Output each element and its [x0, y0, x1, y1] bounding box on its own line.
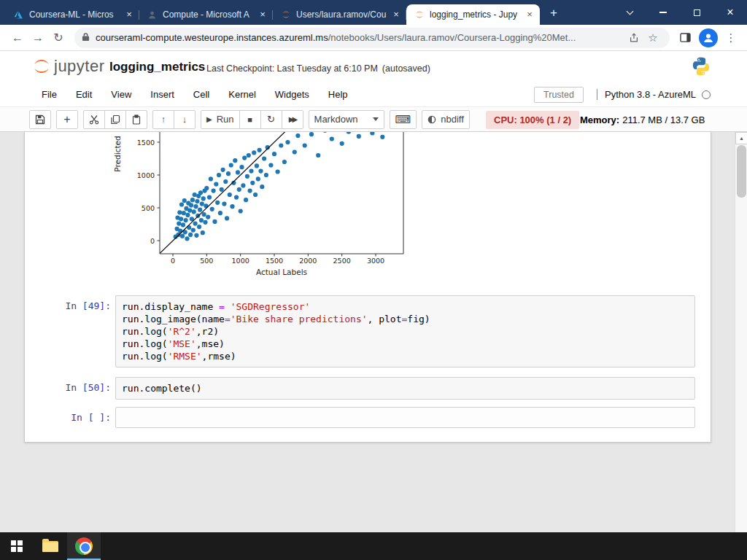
svg-text:2000: 2000	[299, 257, 317, 265]
checkpoint-status: Last Checkpoint: Last Tuesday at 6:10 PM…	[206, 63, 435, 74]
svg-text:1000: 1000	[232, 257, 249, 265]
restart-kernel-button[interactable]: ↻	[260, 110, 282, 129]
tab-title: logging_metrics - Jupy	[430, 9, 521, 20]
menu-file[interactable]: File	[32, 85, 66, 104]
azure-compute-icon	[147, 9, 158, 20]
reload-icon[interactable]: ↻	[48, 28, 69, 48]
move-cell-up-button[interactable]: ↑	[152, 110, 174, 129]
code-cell-49: In [49]: run.display_name = 'SGDRegresso…	[25, 295, 711, 368]
url-domain: courseraml-compute.westeurope.instances.…	[96, 32, 328, 43]
tab-logging-metrics[interactable]: logging_metrics - Jupy ×	[406, 4, 540, 25]
cell-input-area[interactable]: run.complete()	[115, 377, 695, 400]
tab-close-icon[interactable]: ×	[123, 9, 135, 20]
cell-prompt: In [50]:	[25, 382, 111, 393]
paste-icon	[131, 114, 142, 125]
azure-icon	[13, 9, 24, 20]
start-button[interactable]	[0, 532, 34, 560]
menu-kernel[interactable]: Kernel	[219, 85, 266, 104]
svg-text:1500: 1500	[137, 139, 155, 147]
file-explorer-button[interactable]	[34, 532, 67, 560]
menu-cell[interactable]: Cell	[184, 85, 219, 104]
cell-input-area[interactable]	[115, 407, 695, 428]
kernel-name: Python 3.8 - AzureML	[605, 89, 696, 100]
tab-title: Coursera-ML - Micros	[29, 9, 120, 20]
jupyter-icon	[280, 9, 291, 20]
menu-insert[interactable]: Insert	[141, 85, 184, 104]
save-icon	[35, 114, 45, 125]
cell-type-value: Markdown	[314, 114, 358, 125]
cut-icon	[89, 114, 99, 125]
restart-run-all-button[interactable]: ▶▶	[282, 110, 303, 129]
add-cell-button[interactable]: +	[56, 110, 78, 129]
menu-view[interactable]: View	[101, 85, 141, 104]
notebook-title[interactable]: logging_metrics	[109, 60, 205, 74]
cell-prompt: In [49]:	[25, 300, 111, 311]
svg-text:0: 0	[171, 257, 175, 265]
menu-widgets[interactable]: Widgets	[266, 85, 319, 104]
maximize-button[interactable]	[680, 0, 713, 25]
tab-compute[interactable]: Compute - Microsoft A ×	[139, 4, 273, 25]
forward-icon[interactable]: →	[28, 28, 48, 48]
notebook-container: 050010001500 050010001500200025003000 Ac…	[24, 132, 711, 443]
new-tab-button[interactable]: +	[544, 4, 563, 23]
close-window-button[interactable]: ×	[713, 0, 747, 25]
trusted-badge[interactable]: Trusted	[534, 87, 584, 103]
command-palette-button[interactable]: ⌨	[390, 110, 417, 129]
notebook-menubar: File Edit View Insert Cell Kernel Widget…	[0, 82, 747, 107]
profile-avatar[interactable]	[699, 28, 718, 47]
x-ticks: 050010001500200025003000	[171, 254, 384, 265]
share-icon[interactable]	[624, 28, 643, 47]
lock-icon	[82, 31, 90, 44]
window-controls: ×	[613, 0, 747, 25]
move-cell-down-button[interactable]: ↓	[174, 110, 196, 129]
cut-cell-button[interactable]	[83, 110, 105, 129]
back-icon[interactable]: ←	[7, 28, 28, 48]
url-path: /notebooks/Users/laura.ramov/Coursera-Lo…	[328, 32, 576, 43]
browser-address-bar: ← → ↻ courseraml-compute.westeurope.inst…	[0, 25, 747, 51]
x-axis-label: Actual Labels	[256, 268, 307, 276]
url-omnibox[interactable]: courseraml-compute.westeurope.instances.…	[74, 28, 670, 48]
chrome-icon	[75, 537, 93, 555]
scrollbar-up-icon[interactable]: ▲	[735, 132, 747, 144]
url-text[interactable]: courseraml-compute.westeurope.instances.…	[96, 32, 624, 43]
jupyter-logo[interactable]: jupyter	[32, 57, 105, 76]
nbdiff-button[interactable]: nbdiff	[422, 110, 470, 129]
tab-close-icon[interactable]: ×	[257, 9, 268, 20]
tab-coursera-ml[interactable]: Coursera-ML - Micros ×	[6, 4, 139, 25]
windows-taskbar	[0, 532, 747, 560]
copy-cell-button[interactable]	[104, 110, 126, 129]
memory-usage: Memory:211.7 MB / 13.7 GB	[580, 114, 705, 125]
minimize-button[interactable]	[646, 0, 680, 25]
svg-text:500: 500	[200, 257, 213, 265]
tab-close-icon[interactable]: ×	[390, 9, 402, 20]
menu-help[interactable]: Help	[319, 85, 357, 104]
menu-edit[interactable]: Edit	[66, 85, 101, 104]
y-axis-label: Predicted	[113, 136, 122, 171]
tab-users-notebook[interactable]: Users/laura.ramov/Cou ×	[273, 4, 406, 25]
side-panel-icon[interactable]	[676, 28, 694, 47]
svg-text:0: 0	[150, 237, 155, 245]
tab-search-chevron-icon[interactable]	[613, 0, 646, 25]
chevron-down-icon	[373, 117, 379, 121]
browser-menu-kebab-icon[interactable]: ⋮	[722, 31, 740, 44]
nbdiff-icon	[427, 115, 436, 124]
interrupt-kernel-button[interactable]: ■	[239, 110, 261, 129]
python-logo-icon	[690, 55, 712, 80]
kernel-idle-icon	[702, 90, 711, 99]
identity-line	[159, 132, 285, 254]
bookmark-star-icon[interactable]: ☆	[643, 28, 662, 47]
svg-text:1500: 1500	[266, 257, 283, 265]
save-button[interactable]	[29, 110, 51, 129]
paste-cell-button[interactable]	[125, 110, 147, 129]
run-cell-button[interactable]: ▶ Run	[201, 110, 240, 129]
cell-type-select[interactable]: Markdown	[309, 110, 384, 129]
folder-icon	[42, 541, 58, 552]
chrome-taskbar-button[interactable]	[67, 532, 101, 560]
jupyter-logo-icon	[32, 57, 51, 76]
notebook-header: jupyter logging_metrics Last Checkpoint:…	[0, 51, 747, 82]
cell-input-area[interactable]: run.display_name = 'SGDRegressor'run.log…	[115, 295, 695, 368]
tab-close-icon[interactable]: ×	[524, 9, 535, 20]
scrollbar-thumb[interactable]	[737, 145, 746, 198]
page-scrollbar[interactable]: ▲	[735, 132, 747, 532]
cell-prompt: In [ ]:	[25, 412, 111, 423]
